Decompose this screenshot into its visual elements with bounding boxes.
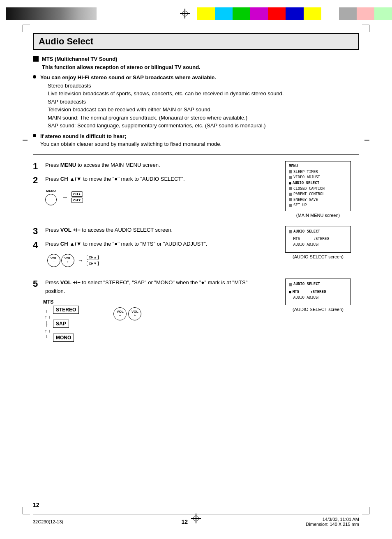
bullet-item-3: If stereo sound is difficult to hear; Yo…: [33, 132, 359, 148]
step-3-number: 3: [33, 226, 45, 237]
audio-select-screen-2: AUDIO SELECT ●MTS :STEREO AUDIO ADJUST: [285, 279, 351, 305]
ch-buttons-icon: CH▲ CH▼: [71, 191, 83, 203]
page-number-box: 12: [181, 518, 188, 525]
vol-buttons-icon: VOL− VOL+: [47, 254, 74, 267]
main-menu-screen-area: MENU SLEEP TIMER VIDEO ADJUST ●AUDIO SEL…: [277, 161, 359, 218]
step-5-row: 5 Press VOL +/− to select "STEREO", "SAP…: [33, 279, 269, 296]
footer-right: 14/3/03, 11:01 AM Dimension: 140 X 215 m…: [306, 517, 359, 527]
bullet1-label: MTS (Multichannel TV Sound): [42, 56, 117, 62]
step-3-row: 3 Press VOL +/− to access the AUDIO SELE…: [33, 226, 269, 237]
side-mark-left-1: [23, 140, 28, 141]
menu-button-icon: [45, 194, 57, 205]
main-menu-label: (MAIN MENU screen): [296, 213, 340, 218]
step-4-number: 4: [33, 240, 45, 251]
corner-bracket-bl: [23, 507, 30, 514]
bullet-square-icon: [33, 56, 39, 62]
step-5-number: 5: [33, 279, 45, 289]
page-title-box: Audio Select: [33, 33, 359, 50]
bullet-item-1: MTS (Multichannel TV Sound) This functio…: [33, 55, 359, 71]
main-menu-screen: MENU SLEEP TIMER VIDEO ADJUST ●AUDIO SEL…: [285, 161, 351, 211]
mts-diagram: MTS ┌ STEREO ↑ ↓: [43, 299, 269, 342]
footer-model: 32C230(12-13): [33, 519, 63, 524]
remote-illustration-34: VOL− VOL+ → CH▲ CH▼: [33, 254, 269, 267]
step-1-number: 1: [33, 161, 45, 172]
step-group-5: 5 Press VOL +/− to select "STEREO", "SAP…: [33, 279, 359, 344]
arrow-icon-34: →: [78, 257, 83, 264]
side-mark-right-1: [364, 140, 369, 141]
audio-select-screen-2-area: AUDIO SELECT ●MTS :STEREO AUDIO ADJUST (…: [277, 279, 359, 312]
section-divider: [33, 154, 359, 155]
step-4-row: 4 Press CH ▲/▼ to move the "●" mark to "…: [33, 240, 269, 251]
step-group-12: 1 Press MENU to access the MAIN MENU scr…: [33, 161, 359, 218]
corner-bracket-tl: [23, 25, 30, 32]
audio-select-screen-1-area: AUDIO SELECT MTS :STEREO AUDIO ADJUST (A…: [277, 226, 359, 259]
bullet2-label: You can enjoy Hi-Fi stereo sound or SAP …: [40, 74, 216, 81]
audio-select-label-2: (AUDIO SELECT screen): [293, 307, 344, 312]
step-1-row: 1 Press MENU to access the MAIN MENU scr…: [33, 161, 269, 172]
arrow-icon: →: [62, 194, 68, 200]
page-number: 12: [181, 518, 188, 525]
audio-select-label-1: (AUDIO SELECT screen): [293, 254, 344, 259]
step-2-number: 2: [33, 175, 45, 186]
bullet3-desc: You can obtain clearer sound by manually…: [40, 141, 221, 147]
bullet-dot-icon-3: [33, 134, 36, 137]
step-group-34: 3 Press VOL +/− to access the AUDIO SELE…: [33, 226, 359, 271]
bottom-page-number: 12: [33, 502, 39, 508]
corner-bracket-tr: [362, 25, 369, 32]
bullet-dot-icon: [33, 75, 36, 78]
step-2-row: 2 Press CH ▲/▼ to move the "●" mark to "…: [33, 175, 269, 186]
vol-buttons-step5: VOL− VOL+: [113, 307, 141, 320]
main-content: Audio Select MTS (Multichannel TV Sound)…: [33, 33, 359, 506]
bullet2-lines: Stereo broadcasts Live television broadc…: [48, 82, 359, 130]
top-color-bar: [0, 7, 392, 20]
audio-select-screen-1: AUDIO SELECT MTS :STEREO AUDIO ADJUST: [285, 226, 351, 253]
ch-buttons-34-icon: CH▲ CH▼: [87, 255, 99, 266]
bullet1-desc: This function allows reception of stereo…: [42, 64, 201, 70]
bullet3-label: If stereo sound is difficult to hear;: [40, 133, 126, 139]
remote-illustration-12: MENU → CH▲ CH▼: [33, 189, 269, 205]
page-title: Audio Select: [39, 36, 353, 47]
bullet-item-2: You can enjoy Hi-Fi stereo sound or SAP …: [33, 74, 359, 130]
corner-bracket-br: [362, 507, 369, 514]
page-footer: 32C230(12-13) 12 14/3/03, 11:01 AM Dimen…: [33, 514, 359, 527]
